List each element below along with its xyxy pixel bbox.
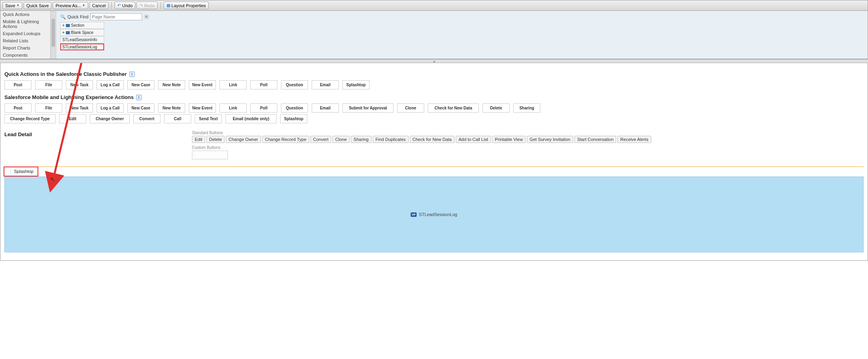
- quick-find-label: Quick Find: [67, 14, 89, 19]
- palette-panel: Quick Actions▴ Mobile & Lightning Action…: [0, 11, 868, 59]
- action-block[interactable]: Send Text: [195, 114, 222, 123]
- action-block[interactable]: New Task: [66, 80, 93, 89]
- action-block[interactable]: Log a Call: [97, 80, 124, 89]
- cancel-button[interactable]: Cancel: [89, 2, 109, 9]
- palette-cat-quick-actions[interactable]: Quick Actions▴: [0, 11, 56, 18]
- undo-button[interactable]: ↶Undo: [115, 2, 135, 9]
- palette-item-stleadsessioninfo[interactable]: STLeadSessionInfo: [60, 36, 104, 43]
- redo-button[interactable]: ↷Redo: [136, 2, 157, 9]
- action-block[interactable]: New Note: [158, 103, 185, 113]
- standard-button[interactable]: Delete: [206, 136, 225, 143]
- visualforce-drop-zone[interactable]: VF STLeadSessionLog: [4, 177, 864, 252]
- editor-toolbar: Save▼ Quick Save Preview As...▼ Cancel ↶…: [0, 0, 868, 11]
- standard-button[interactable]: Receive Alerts: [617, 136, 651, 143]
- action-block[interactable]: Splashtop: [280, 114, 307, 123]
- action-block[interactable]: New Case: [127, 80, 154, 89]
- standard-buttons-row: EditDeleteChange OwnerChange Record Type…: [192, 136, 864, 143]
- palette-cat-related-lists[interactable]: Related Lists: [0, 37, 56, 44]
- action-block[interactable]: Convert: [133, 114, 160, 123]
- layout-canvas: ↖ Quick Actions in the Salesforce Classi…: [0, 63, 868, 261]
- custom-buttons-dropzone[interactable]: [192, 151, 228, 159]
- lightning-actions-heading: Salesforce Mobile and Lightning Experien…: [4, 94, 864, 100]
- action-block[interactable]: Delete: [482, 103, 510, 113]
- action-block[interactable]: Log a Call: [97, 103, 124, 113]
- palette-cat-expanded-lookups[interactable]: Expanded Lookups: [0, 30, 56, 37]
- heading-text: Quick Actions in the Salesforce Classic …: [4, 71, 127, 77]
- standard-button[interactable]: Convert: [310, 136, 332, 143]
- standard-button[interactable]: Get Survey Invitation: [527, 136, 573, 143]
- action-block[interactable]: Change Owner: [90, 114, 130, 123]
- standard-button[interactable]: Add to Call List: [456, 136, 491, 143]
- action-block[interactable]: Edit: [59, 114, 86, 123]
- caret-down-icon: ▼: [82, 4, 85, 7]
- action-block[interactable]: File: [35, 80, 62, 89]
- palette-scrollbar[interactable]: [50, 11, 56, 59]
- save-button[interactable]: Save▼: [2, 2, 22, 9]
- standard-button[interactable]: Sharing: [351, 136, 372, 143]
- action-block[interactable]: Question: [281, 80, 308, 89]
- action-block[interactable]: Question: [281, 103, 308, 113]
- quick-save-button[interactable]: Quick Save: [24, 2, 51, 9]
- action-block[interactable]: Submit for Approval: [342, 103, 393, 113]
- drag-handle-icon: ⋮: [8, 169, 13, 174]
- quick-find-input[interactable]: [90, 13, 142, 20]
- standard-button[interactable]: Edit: [192, 136, 205, 143]
- palette-cat-label: Quick Actions: [3, 12, 30, 17]
- palette-collapser[interactable]: ▴: [0, 59, 868, 63]
- undo-label: Undo: [122, 3, 132, 8]
- standard-button[interactable]: Find Duplicates: [373, 136, 409, 143]
- action-block[interactable]: Poll: [250, 80, 277, 89]
- standard-button[interactable]: Check for New Data: [410, 136, 455, 143]
- custom-buttons-label: Custom Buttons: [192, 145, 864, 150]
- action-block[interactable]: Poll: [250, 103, 277, 113]
- action-block[interactable]: Email: [312, 80, 339, 89]
- action-block[interactable]: New Event: [189, 80, 216, 89]
- layout-properties-button[interactable]: ▦Layout Properties: [164, 2, 209, 9]
- action-block[interactable]: Call: [164, 114, 191, 123]
- search-icon: 🔍: [60, 14, 66, 20]
- standard-buttons-label: Standard Buttons: [192, 131, 864, 135]
- palette-items-area: 🔍 Quick Find ✕ +Section +Blank Space STL…: [56, 11, 868, 59]
- splashtop-section-tab[interactable]: ⋮Splashtop: [4, 167, 38, 177]
- standard-button[interactable]: Start Conversation: [574, 136, 616, 143]
- drop-zone-page-name: STLeadSessionLog: [419, 212, 457, 217]
- palette-item-label: STLeadSessionLog: [62, 45, 97, 49]
- action-block[interactable]: Link: [219, 103, 247, 113]
- palette-item-section[interactable]: +Section: [60, 22, 104, 29]
- action-block[interactable]: Splashtop: [342, 80, 370, 89]
- palette-cat-components[interactable]: Components: [0, 52, 56, 59]
- action-block[interactable]: File: [35, 103, 62, 113]
- action-block[interactable]: Change Record Type: [4, 114, 55, 123]
- info-icon[interactable]: i: [136, 95, 142, 100]
- action-block[interactable]: Sharing: [513, 103, 540, 113]
- clear-search-button[interactable]: ✕: [144, 14, 149, 20]
- action-block[interactable]: New Event: [189, 103, 216, 113]
- standard-button[interactable]: Change Record Type: [262, 136, 309, 143]
- quick-find-row: 🔍 Quick Find ✕: [60, 13, 864, 20]
- toolbar-separator: [160, 2, 161, 9]
- action-block[interactable]: Email: [312, 103, 339, 113]
- info-icon[interactable]: i: [129, 71, 135, 77]
- palette-item-blank-space[interactable]: +Blank Space: [60, 29, 104, 36]
- standard-button[interactable]: Change Owner: [226, 136, 261, 143]
- palette-item-stleadsessionlog[interactable]: STLeadSessionLog: [60, 44, 104, 50]
- scrollbar-thumb[interactable]: [51, 19, 55, 47]
- palette-item-label: Blank Space: [71, 30, 93, 35]
- action-block[interactable]: Email (mobile only): [225, 114, 277, 123]
- standard-button[interactable]: Printable View: [492, 136, 526, 143]
- lead-detail-heading: Lead Detail: [4, 131, 192, 137]
- standard-button[interactable]: Clone: [332, 136, 350, 143]
- action-block[interactable]: New Note: [158, 80, 185, 89]
- preview-as-button[interactable]: Preview As...▼: [53, 2, 88, 9]
- action-block[interactable]: Check for New Data: [428, 103, 479, 113]
- action-block[interactable]: Post: [4, 80, 32, 89]
- palette-cat-report-charts[interactable]: Report Charts: [0, 44, 56, 52]
- palette-cat-mobile-lightning[interactable]: Mobile & Lightning Actions: [0, 18, 56, 30]
- action-block[interactable]: Post: [4, 103, 32, 113]
- action-block[interactable]: Link: [219, 80, 247, 89]
- lightning-actions-row-2: Change Record TypeEditChange OwnerConver…: [4, 114, 864, 123]
- action-block[interactable]: Clone: [397, 103, 424, 113]
- action-block[interactable]: New Case: [127, 103, 154, 113]
- action-block[interactable]: New Task: [66, 103, 93, 113]
- splashtop-tab-label: Splashtop: [14, 169, 34, 174]
